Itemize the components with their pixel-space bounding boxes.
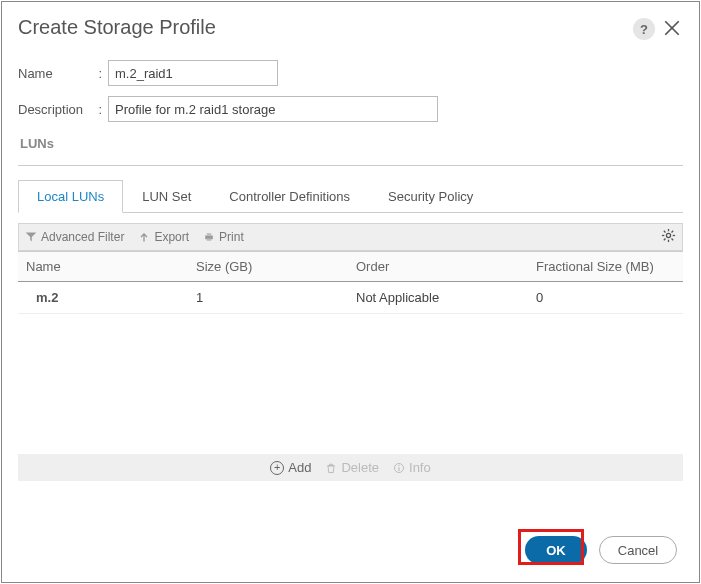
help-button[interactable]: ? [633,18,655,40]
cell-name: m.2 [26,290,196,305]
export-button[interactable]: Export [138,230,189,244]
luns-table: Name Size (GB) Order Fractional Size (MB… [18,251,683,454]
table-row[interactable]: m.2 1 Not Applicable 0 [18,282,683,314]
trash-icon [325,462,337,474]
tab-security-policy[interactable]: Security Policy [369,180,492,213]
section-separator [18,165,683,166]
info-icon [393,462,405,474]
dialog-title: Create Storage Profile [18,16,216,39]
col-header-order[interactable]: Order [356,259,536,274]
cell-size: 1 [196,290,356,305]
add-button[interactable]: + Add [270,460,311,475]
dialog-buttons: OK Cancel [525,536,677,564]
name-label: Name: [18,66,108,81]
svg-point-16 [398,464,399,465]
svg-line-11 [672,239,674,241]
tab-controller-definitions-label: Controller Definitions [229,189,350,204]
cancel-label: Cancel [618,543,658,558]
form-area: Name: Description: LUNs [2,44,699,163]
cancel-button[interactable]: Cancel [599,536,677,564]
ok-label: OK [546,543,566,558]
col-header-size[interactable]: Size (GB) [196,259,356,274]
table-footer-bar: + Add Delete Info [18,454,683,481]
table-settings-button[interactable] [661,228,676,246]
dialog-header: Create Storage Profile ? [2,2,699,44]
print-label: Print [219,230,244,244]
tabs-row: Local LUNs LUN Set Controller Definition… [18,180,683,213]
info-label: Info [409,460,431,475]
ok-button[interactable]: OK [525,536,587,564]
description-row: Description: [18,96,683,122]
tab-lun-set[interactable]: LUN Set [123,180,210,213]
tab-security-policy-label: Security Policy [388,189,473,204]
export-icon [138,231,150,243]
name-label-text: Name [18,66,53,81]
gear-icon [661,228,676,243]
add-label: Add [288,460,311,475]
svg-rect-3 [207,233,212,235]
tab-lun-set-label: LUN Set [142,189,191,204]
name-input[interactable] [108,60,278,86]
svg-line-12 [672,231,674,233]
tab-local-luns-label: Local LUNs [37,189,104,204]
svg-line-13 [664,239,666,241]
plus-icon: + [270,461,284,475]
print-button[interactable]: Print [203,230,244,244]
close-icon [663,19,681,37]
header-icons: ? [633,18,683,40]
delete-label: Delete [341,460,379,475]
filter-icon [25,231,37,243]
cell-frac: 0 [536,290,675,305]
description-label: Description: [18,102,108,117]
svg-line-10 [664,231,666,233]
print-icon [203,231,215,243]
name-row: Name: [18,60,683,86]
svg-point-5 [666,233,670,237]
tab-controller-definitions[interactable]: Controller Definitions [210,180,369,213]
table-body: m.2 1 Not Applicable 0 [18,282,683,454]
svg-rect-4 [207,239,212,241]
advanced-filter-label: Advanced Filter [41,230,124,244]
advanced-filter-button[interactable]: Advanced Filter [25,230,124,244]
luns-section-label: LUNs [18,132,683,157]
create-storage-profile-dialog: Create Storage Profile ? Name: Descripti… [1,1,700,583]
table-toolbar: Advanced Filter Export Print [18,223,683,251]
export-label: Export [154,230,189,244]
cell-order: Not Applicable [356,290,536,305]
col-header-frac[interactable]: Fractional Size (MB) [536,259,675,274]
col-header-name[interactable]: Name [26,259,196,274]
description-input[interactable] [108,96,438,122]
description-label-text: Description [18,102,83,117]
tab-local-luns[interactable]: Local LUNs [18,180,123,213]
delete-button: Delete [325,460,379,475]
info-button: Info [393,460,431,475]
close-button[interactable] [663,19,683,39]
table-header-row: Name Size (GB) Order Fractional Size (MB… [18,251,683,282]
